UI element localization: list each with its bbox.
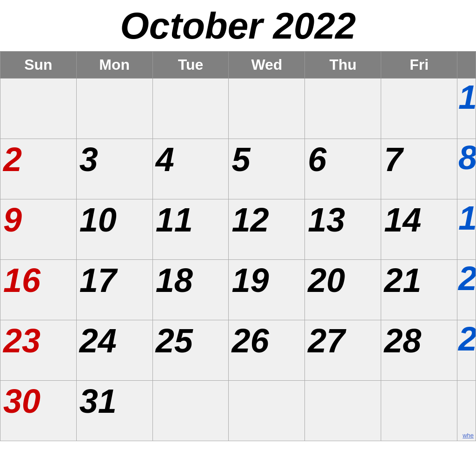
header-fri: Fri bbox=[381, 52, 457, 79]
day-number: 1 bbox=[458, 79, 476, 116]
day-number: 23 bbox=[3, 322, 40, 359]
calendar-cell: 5 bbox=[229, 139, 305, 199]
day-number: 3 bbox=[79, 141, 98, 178]
day-number: 2 bbox=[3, 141, 22, 178]
calendar-cell bbox=[229, 79, 305, 139]
calendar-cell bbox=[76, 79, 152, 139]
calendar-cell: 15 bbox=[457, 199, 476, 260]
calendar-week-row: 9101112131415 bbox=[0, 199, 476, 260]
calendar-cell: 18 bbox=[152, 260, 229, 320]
calendar-cell bbox=[381, 381, 457, 441]
day-number: 30 bbox=[3, 383, 40, 420]
day-number: 11 bbox=[156, 201, 193, 238]
day-number: 21 bbox=[384, 262, 421, 299]
calendar-cell: 9 bbox=[0, 199, 77, 260]
calendar-cell: 14 bbox=[381, 199, 457, 260]
calendar-cell: 20 bbox=[305, 260, 381, 320]
calendar-cell: 11 bbox=[152, 199, 229, 260]
calendar-cell: 1 bbox=[457, 79, 476, 139]
day-number: 5 bbox=[231, 141, 250, 178]
day-number: 31 bbox=[79, 383, 117, 420]
calendar-cell: 19 bbox=[229, 260, 305, 320]
calendar-cell bbox=[229, 381, 305, 441]
day-number: 6 bbox=[308, 141, 326, 178]
calendar-cell: 2 bbox=[0, 139, 77, 199]
calendar-cell bbox=[152, 79, 229, 139]
header-sat bbox=[457, 52, 476, 79]
day-number: 10 bbox=[79, 201, 117, 238]
day-number: 24 bbox=[79, 322, 117, 359]
calendar-cell: 28 bbox=[381, 320, 457, 381]
header-thu: Thu bbox=[305, 52, 381, 79]
calendar-week-row: 3031whe bbox=[0, 381, 476, 441]
calendar-cell: 7 bbox=[381, 139, 457, 199]
day-number: 29 bbox=[458, 320, 476, 357]
header-wed: Wed bbox=[229, 52, 305, 79]
calendar-cell: 17 bbox=[76, 260, 152, 320]
day-number: 27 bbox=[308, 322, 345, 359]
calendar-container: October 2022 Sun Mon Tue Wed Thu Fri 123… bbox=[0, 0, 476, 441]
calendar-cell: 13 bbox=[305, 199, 381, 260]
day-number: 4 bbox=[156, 141, 174, 178]
calendar-cell: 26 bbox=[229, 320, 305, 381]
calendar-cell: 6 bbox=[305, 139, 381, 199]
calendar-cell: 21 bbox=[381, 260, 457, 320]
calendar-week-row: 1 bbox=[0, 79, 476, 139]
header-mon: Mon bbox=[76, 52, 152, 79]
day-number: 18 bbox=[156, 262, 193, 299]
calendar-cell bbox=[305, 381, 381, 441]
header-sun: Sun bbox=[0, 52, 77, 79]
calendar-cell: 8 bbox=[457, 139, 476, 199]
calendar-cell: 10 bbox=[76, 199, 152, 260]
day-headers-row: Sun Mon Tue Wed Thu Fri bbox=[0, 52, 476, 79]
day-number: 22 bbox=[458, 260, 476, 297]
day-number: 16 bbox=[3, 262, 40, 299]
calendar-cell: 29 bbox=[457, 320, 476, 381]
calendar-cell bbox=[0, 79, 77, 139]
calendar-cell: 25 bbox=[152, 320, 229, 381]
day-number: 8 bbox=[458, 139, 476, 176]
calendar-cell bbox=[381, 79, 457, 139]
calendar-cell: 16 bbox=[0, 260, 77, 320]
calendar-week-row: 2345678 bbox=[0, 139, 476, 199]
calendar-cell: 22 bbox=[457, 260, 476, 320]
watermark-text: whe bbox=[463, 432, 474, 439]
calendar-cell: 27 bbox=[305, 320, 381, 381]
day-number: 17 bbox=[79, 262, 117, 299]
calendar-week-row: 23242526272829 bbox=[0, 320, 476, 381]
calendar-cell: whe bbox=[457, 381, 476, 441]
calendar-cell: 4 bbox=[152, 139, 229, 199]
calendar-cell bbox=[305, 79, 381, 139]
day-number: 13 bbox=[308, 201, 345, 238]
calendar-cell: 23 bbox=[0, 320, 77, 381]
day-number: 9 bbox=[3, 201, 22, 238]
day-number: 14 bbox=[384, 201, 421, 238]
calendar-cell: 31 bbox=[76, 381, 152, 441]
day-number: 26 bbox=[231, 322, 269, 359]
header-tue: Tue bbox=[152, 52, 229, 79]
calendar-grid: Sun Mon Tue Wed Thu Fri 1234567891011121… bbox=[0, 51, 476, 441]
calendar-cell: 3 bbox=[76, 139, 152, 199]
calendar-cell: 24 bbox=[76, 320, 152, 381]
calendar-cell: 30 bbox=[0, 381, 77, 441]
calendar-week-row: 16171819202122 bbox=[0, 260, 476, 320]
day-number: 7 bbox=[384, 141, 403, 178]
day-number: 12 bbox=[231, 201, 269, 238]
calendar-title: October 2022 bbox=[0, 0, 476, 51]
day-number: 19 bbox=[231, 262, 269, 299]
day-number: 28 bbox=[384, 322, 421, 359]
day-number: 25 bbox=[156, 322, 193, 359]
day-number: 20 bbox=[308, 262, 345, 299]
day-number: 15 bbox=[458, 199, 476, 237]
calendar-cell bbox=[152, 381, 229, 441]
calendar-cell: 12 bbox=[229, 199, 305, 260]
